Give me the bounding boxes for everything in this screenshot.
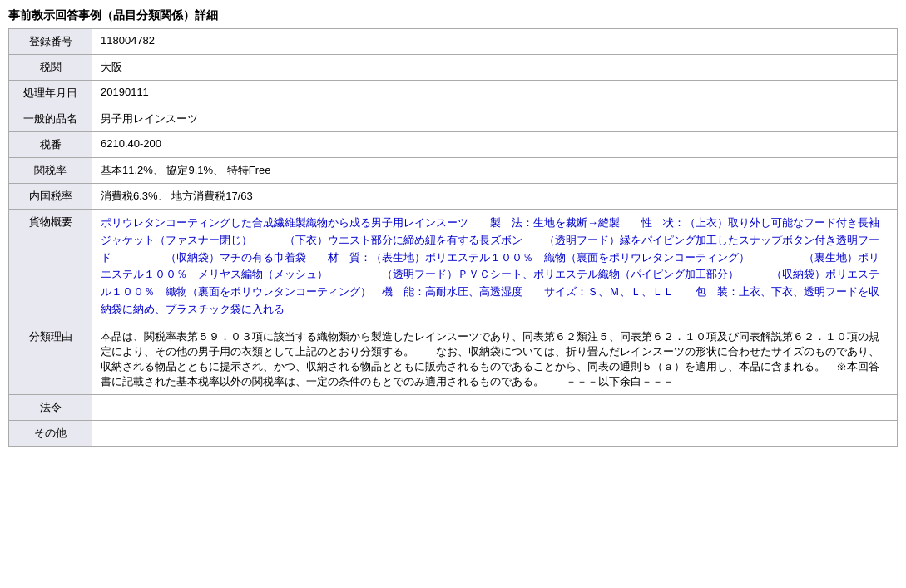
row-value-7: ポリウレタンコーティングした合成繊維製織物から成る男子用レインスーツ 製 法：生… <box>92 210 898 324</box>
row-value-10 <box>92 420 898 446</box>
row-label-1: 税関 <box>9 55 92 81</box>
table-row: 登録番号118004782 <box>9 29 898 55</box>
page-title: 事前教示回答事例（品目分類関係）詳細 <box>8 8 898 23</box>
row-value-1: 大阪 <box>92 55 898 81</box>
row-value-2: 20190111 <box>92 81 898 106</box>
table-row: 一般的品名男子用レインスーツ <box>9 106 898 132</box>
row-value-3: 男子用レインスーツ <box>92 106 898 132</box>
row-value-5: 基本11.2%、 協定9.1%、 特特Free <box>92 158 898 184</box>
table-row: 法令 <box>9 394 898 420</box>
row-value-0: 118004782 <box>92 29 898 55</box>
row-label-5: 関税率 <box>9 158 92 184</box>
row-label-0: 登録番号 <box>9 29 92 55</box>
row-label-10: その他 <box>9 420 92 446</box>
table-row: 分類理由本品は、関税率表第５９．０３項に該当する織物類から製造したレインスーツで… <box>9 324 898 394</box>
table-row: 税番6210.40-200 <box>9 132 898 158</box>
table-row: 税関大阪 <box>9 55 898 81</box>
table-row: その他 <box>9 420 898 446</box>
row-label-2: 処理年月日 <box>9 81 92 106</box>
row-value-8: 本品は、関税率表第５９．０３項に該当する織物類から製造したレインスーツであり、同… <box>92 324 898 394</box>
table-row: 関税率基本11.2%、 協定9.1%、 特特Free <box>9 158 898 184</box>
row-value-6: 消費税6.3%、 地方消費税17/63 <box>92 184 898 210</box>
table-row: 処理年月日20190111 <box>9 81 898 106</box>
row-value-9 <box>92 394 898 420</box>
row-value-4: 6210.40-200 <box>92 132 898 158</box>
detail-table: 登録番号118004782税関大阪処理年月日20190111一般的品名男子用レイ… <box>8 28 898 447</box>
row-label-8: 分類理由 <box>9 324 92 394</box>
row-label-9: 法令 <box>9 394 92 420</box>
table-row: 内国税率消費税6.3%、 地方消費税17/63 <box>9 184 898 210</box>
row-label-7: 貨物概要 <box>9 210 92 324</box>
row-label-3: 一般的品名 <box>9 106 92 132</box>
row-label-6: 内国税率 <box>9 184 92 210</box>
table-row: 貨物概要ポリウレタンコーティングした合成繊維製織物から成る男子用レインスーツ 製… <box>9 210 898 324</box>
row-label-4: 税番 <box>9 132 92 158</box>
